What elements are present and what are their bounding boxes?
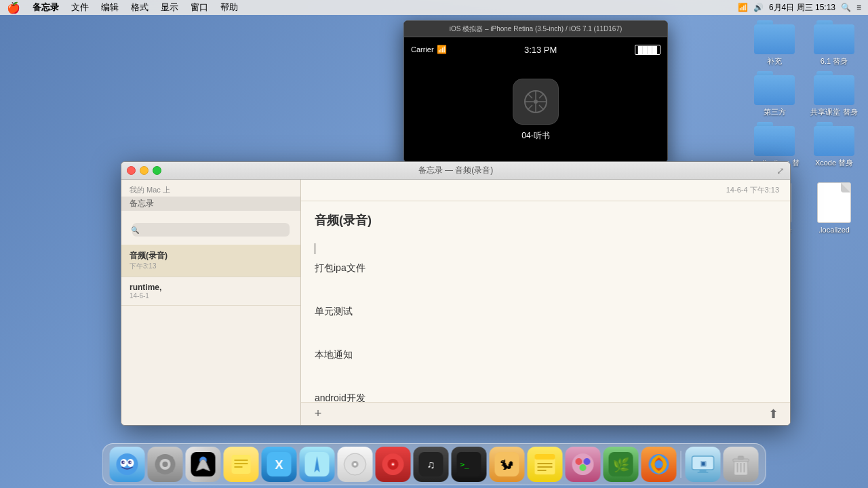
dock-item-leaflet[interactable]: 🌿 <box>604 447 639 482</box>
dock-item-xcode[interactable]: X <box>262 447 297 482</box>
menubar-items: 备忘录 文件 编辑 格式 显示 窗口 帮助 <box>27 0 243 15</box>
desktop-icon-folder-shared[interactable]: 共享课堂 替身 <box>807 71 861 117</box>
menubar-help[interactable]: 帮助 <box>215 0 243 15</box>
sidebar-mymac-header: 我的 Mac 上 <box>121 184 300 197</box>
notes-footer: + ⬆ <box>301 402 790 425</box>
note-list-title-runtime: runtime, <box>130 283 292 292</box>
sim-battery: ████ <box>635 45 660 55</box>
svg-rect-30 <box>232 455 251 474</box>
notes-titlebar: 备忘录 — 音频(录音) ⤢ <box>121 162 790 180</box>
notes-content-header: 14-6-4 下午3:13 <box>301 180 790 201</box>
menubar-view[interactable]: 显示 <box>155 0 184 15</box>
search-wrapper: 🔍 <box>127 219 295 241</box>
sim-screen: Carrier 📶 3:13 PM ████ <box>404 37 667 163</box>
note-list-item-runtime[interactable]: runtime, 14-6-1 <box>121 277 300 306</box>
svg-text:X: X <box>275 458 283 472</box>
menubar-window[interactable]: 窗口 <box>185 0 214 15</box>
dock-item-notes[interactable] <box>224 447 259 482</box>
desktop-icon-label-third: 第三方 <box>764 108 786 117</box>
note-list-item-audio[interactable]: 音频(录音) 下午3:13 <box>121 245 300 277</box>
desktop-icon-folder-buzhong[interactable]: 补充 <box>747 20 802 66</box>
svg-line-9 <box>528 105 532 110</box>
svg-text:>_: >_ <box>460 460 470 469</box>
note-body-text: 打包ipa文件 单元测试 本地通知 android开发 <box>315 239 776 402</box>
dock-item-trash[interactable] <box>724 447 759 482</box>
sim-app-icon <box>513 79 559 125</box>
dock-item-music[interactable]: ♫ <box>414 447 449 482</box>
svg-rect-51 <box>535 454 555 460</box>
menubar-search-icon[interactable]: 🔍 <box>841 3 851 12</box>
desktop-icon-label-xcode: Xcode 替身 <box>815 159 853 167</box>
note-line-1: 打包ipa文件 <box>315 258 776 277</box>
notes-window-title: 备忘录 — 音频(录音) <box>418 165 494 176</box>
desktop-icon-file-localized[interactable]: .localized <box>807 182 861 235</box>
notes-editor[interactable]: 音频(录音) 打包ipa文件 单元测试 本地通知 android开发 <box>301 201 790 402</box>
sim-titlebar: iOS 模拟器 – iPhone Retina (3.5-inch) / iOS… <box>404 21 667 37</box>
sim-app-icon-svg <box>522 88 549 115</box>
share-note-button[interactable]: ⬆ <box>764 405 782 423</box>
dock-item-firefox[interactable] <box>642 447 677 482</box>
notes-content: 14-6-4 下午3:13 音频(录音) 打包ipa文件 单元测试 本地通知 a… <box>301 180 790 425</box>
sim-app-label: 04-听书 <box>521 130 549 142</box>
dock-item-displaymenu[interactable]: ▣ <box>686 447 721 482</box>
note-line-2 <box>315 280 776 299</box>
svg-text:🌿: 🌿 <box>612 457 629 473</box>
dock-separator <box>681 451 682 478</box>
dock-item-stickies[interactable] <box>528 447 563 482</box>
expand-icon[interactable]: ⤢ <box>776 165 785 176</box>
menubar-menu-icon[interactable]: ≡ <box>856 3 861 12</box>
sidebar-item-notes[interactable]: 备忘录 <box>121 197 300 211</box>
svg-point-56 <box>576 458 583 465</box>
svg-point-1 <box>534 100 538 104</box>
dock-item-squirrel[interactable]: 🐿 <box>490 447 525 482</box>
notes-body: 我的 Mac 上 备忘录 🔍 音频(录音) 下午3:13 runtime, 14… <box>121 180 790 425</box>
desktop-icon-label-6.1: 6.1 替身 <box>821 57 848 66</box>
dock-item-dvd[interactable] <box>338 447 373 482</box>
close-button[interactable] <box>127 166 136 175</box>
dock-item-vinyls[interactable] <box>376 447 411 482</box>
dock-item-colorpicker[interactable] <box>566 447 601 482</box>
dock-item-terminal[interactable]: >_ <box>452 447 487 482</box>
svg-text:♫: ♫ <box>427 459 435 470</box>
svg-point-16 <box>130 462 132 463</box>
svg-rect-65 <box>698 472 709 473</box>
svg-point-10 <box>117 453 138 475</box>
desktop-icon-folder-6.1[interactable]: 6.1 替身 <box>807 20 861 66</box>
desktop-icon-row-2: 第三方 共享课堂 替身 <box>747 71 861 117</box>
menubar-edit[interactable]: 编辑 <box>96 0 124 15</box>
menubar-file[interactable]: 文件 <box>66 0 94 15</box>
menubar-app-name[interactable]: 备忘录 <box>27 0 64 15</box>
svg-line-6 <box>528 94 532 98</box>
notes-search-input[interactable] <box>132 223 290 237</box>
sidebar-section-mymac: 我的 Mac 上 备忘录 <box>121 180 300 215</box>
note-line-5: 本地通知 <box>315 345 776 364</box>
svg-point-58 <box>580 464 587 471</box>
menubar-datetime: 6月4日 周三 15:13 <box>769 2 835 14</box>
menubar-wifi-icon: 📶 <box>738 3 748 12</box>
notes-list: 音频(录音) 下午3:13 runtime, 14-6-1 <box>121 245 300 425</box>
desktop-icon-folder-third[interactable]: 第三方 <box>747 71 802 117</box>
desktop-icon-folder-xcode[interactable]: Xcode 替身 <box>807 122 861 176</box>
note-line-4 <box>315 323 776 342</box>
note-list-meta-runtime: 14-6-1 <box>130 292 292 300</box>
dock-item-instruments[interactable] <box>300 447 335 482</box>
svg-point-39 <box>354 463 357 466</box>
sim-title: iOS 模拟器 – iPhone Retina (3.5-inch) / iOS… <box>450 24 623 34</box>
apple-menu-icon[interactable]: 🍎 <box>0 1 27 14</box>
dock-item-finder[interactable] <box>110 447 145 482</box>
svg-line-7 <box>539 105 544 110</box>
add-note-button[interactable]: + <box>309 405 327 423</box>
dock-item-rocket[interactable] <box>186 447 221 482</box>
note-list-title-audio: 音频(录音) <box>130 250 292 262</box>
maximize-button[interactable] <box>153 166 161 175</box>
notes-window: 备忘录 — 音频(录音) ⤢ 我的 Mac 上 备忘录 🔍 音频(录音) 下午3… <box>121 161 791 426</box>
dock-item-syspref[interactable] <box>148 447 183 482</box>
menubar-volume-icon: 🔊 <box>753 3 764 12</box>
menubar-format[interactable]: 格式 <box>125 0 154 15</box>
ios-simulator[interactable]: iOS 模拟器 – iPhone Retina (3.5-inch) / iOS… <box>403 20 668 163</box>
note-title: 音频(录音) <box>315 212 776 228</box>
note-line-3: 单元测试 <box>315 302 776 321</box>
dock: X <box>102 443 766 485</box>
desktop-icon-label-shared: 共享课堂 替身 <box>810 108 857 117</box>
minimize-button[interactable] <box>140 166 149 175</box>
